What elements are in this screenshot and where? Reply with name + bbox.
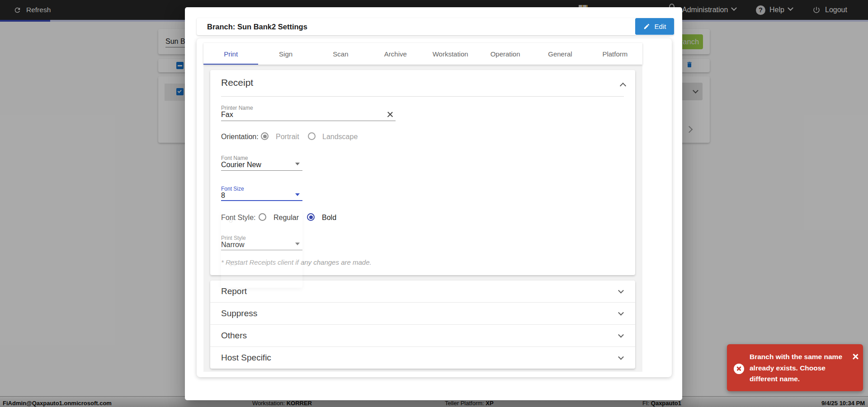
section-suppress[interactable]: Suppress [210, 302, 635, 324]
tab-scan[interactable]: Scan [313, 43, 368, 65]
tab-archive[interactable]: Archive [368, 43, 423, 65]
print-tab-content: Receipt Printer Name Fax Orientation: Po… [203, 65, 642, 372]
expand-icon [618, 288, 624, 294]
font-name-select[interactable]: Courier New [221, 161, 261, 169]
orientation-label: Orientation: [221, 133, 259, 141]
section-others[interactable]: Others [210, 324, 635, 346]
input-underline [221, 121, 396, 121]
font-size-label: Font Size [221, 186, 244, 192]
section-others-label: Others [221, 331, 247, 341]
tab-operation[interactable]: Operation [478, 43, 533, 65]
close-icon[interactable] [852, 354, 858, 360]
branch-settings-dialog: Branch: Sun Bank2 Settings Edit Print Si… [185, 7, 682, 400]
radio-portrait-label: Portrait [276, 133, 299, 141]
receipt-section-title: Receipt [221, 77, 253, 88]
application-root: Refresh Administration ? Help Logout [0, 0, 868, 407]
section-report-label: Report [221, 286, 247, 296]
tab-workstation[interactable]: Workstation [423, 43, 478, 65]
dropdown-arrow-icon [295, 163, 300, 165]
expand-icon [618, 354, 624, 360]
tab-print[interactable]: Print [203, 43, 258, 65]
radio-bold[interactable] [307, 213, 315, 221]
menu-option[interactable]: 10 [229, 260, 237, 268]
expand-icon [618, 310, 624, 316]
radio-portrait[interactable] [261, 132, 269, 140]
printer-name-input[interactable]: Fax [221, 111, 233, 119]
radio-landscape[interactable] [308, 132, 316, 140]
radio-landscape-label: Landscape [322, 133, 358, 141]
dropdown-arrow-icon [295, 193, 300, 196]
input-underline [221, 170, 302, 171]
printer-name-label: Printer Name [221, 105, 253, 111]
error-toast: Branch with the same name already exists… [727, 344, 863, 391]
dialog-header: Branch: Sun Bank2 Settings Edit [197, 18, 674, 35]
section-host-specific[interactable]: Host Specific [210, 346, 635, 369]
expand-icon [618, 332, 624, 338]
tab-sign[interactable]: Sign [258, 43, 313, 65]
error-icon [734, 364, 744, 374]
tab-platform[interactable]: Platform [588, 43, 642, 65]
font-size-select[interactable]: 8 [221, 192, 225, 200]
sections-accordion: Report Suppress Others Host Specific [210, 281, 635, 369]
settings-tab-bar: Print Sign Scan Archive Workstation Oper… [203, 43, 642, 65]
collapse-icon[interactable] [620, 83, 626, 89]
section-host-specific-label: Host Specific [221, 353, 271, 363]
settings-panel: Print Sign Scan Archive Workstation Oper… [197, 38, 672, 377]
font-size-menu-fading: 8 10 [221, 210, 302, 288]
clear-icon[interactable] [387, 111, 393, 117]
radio-dot [263, 135, 267, 138]
menu-option[interactable]: 8 [229, 216, 233, 225]
input-underline-focused [221, 200, 302, 201]
radio-bold-label: Bold [322, 214, 336, 222]
edit-button[interactable]: Edit [635, 18, 674, 35]
divider [221, 96, 624, 97]
dialog-title: Branch: Sun Bank2 Settings [207, 23, 307, 31]
edit-label: Edit [655, 23, 666, 30]
section-suppress-label: Suppress [221, 309, 257, 318]
toast-message: Branch with the same name already exists… [750, 351, 848, 385]
edit-pencil-icon [643, 23, 650, 30]
radio-dot [309, 215, 313, 219]
tab-general[interactable]: General [533, 43, 587, 65]
font-name-label: Font Name [221, 155, 248, 161]
